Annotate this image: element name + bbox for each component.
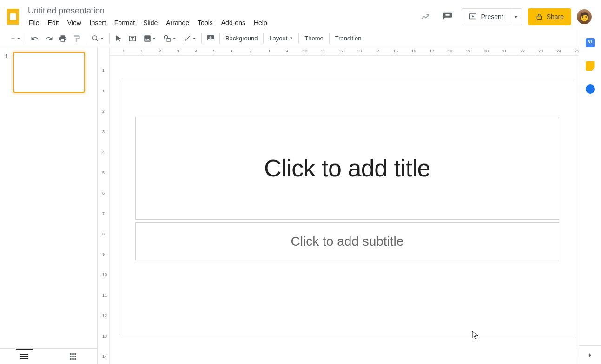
present-label: Present (481, 13, 503, 20)
menu-slide[interactable]: Slide (139, 17, 161, 28)
toolbar-separator (26, 33, 26, 44)
svg-line-9 (185, 36, 190, 41)
textbox-button[interactable] (126, 32, 139, 45)
filmstrip-panel: 1 (0, 47, 98, 364)
theme-button[interactable]: Theme (301, 32, 327, 45)
present-button[interactable]: Present (462, 9, 509, 25)
menu-insert[interactable]: Insert (86, 17, 110, 28)
svg-rect-8 (167, 38, 170, 41)
select-tool-button[interactable] (112, 32, 125, 45)
toolbar: Background Layout▼ Theme Transition (0, 30, 601, 47)
menu-file[interactable]: File (25, 17, 43, 28)
menu-view[interactable]: View (64, 17, 85, 28)
ruler-tick: 8 (267, 49, 270, 53)
ruler-tick: 1 (102, 89, 105, 93)
ruler-tick: 10 (303, 49, 307, 53)
ruler-tick: 1 (102, 68, 105, 73)
menu-edit[interactable]: Edit (44, 17, 63, 28)
subtitle-placeholder-box[interactable]: Click to add subtitle (135, 222, 559, 260)
svg-marker-1 (472, 15, 475, 18)
ruler-tick: 7 (102, 211, 105, 216)
new-slide-button[interactable] (7, 32, 23, 45)
paint-format-button[interactable] (71, 32, 83, 45)
ruler-tick: 1 (122, 49, 125, 53)
slides-logo[interactable] (4, 7, 22, 26)
filmstrip-strip-view[interactable] (0, 349, 49, 364)
document-header: Untitled presentation File Edit View Ins… (0, 0, 601, 30)
share-button[interactable]: Share (528, 8, 571, 25)
ruler-tick: 10 (102, 273, 107, 277)
print-button[interactable] (57, 32, 69, 45)
ruler-tick: 22 (520, 49, 525, 53)
title-placeholder-text: Click to add title (264, 154, 430, 182)
background-button[interactable]: Background (222, 32, 261, 45)
side-panel-toggle[interactable] (579, 345, 601, 364)
filmstrip-grid-view[interactable] (49, 349, 98, 364)
zoom-button[interactable] (89, 32, 106, 45)
undo-button[interactable] (29, 32, 41, 45)
image-button[interactable] (140, 32, 159, 45)
redo-button[interactable] (43, 32, 55, 45)
transition-button[interactable]: Transition (331, 32, 365, 45)
svg-rect-18 (74, 356, 76, 358)
filmstrip-slide[interactable]: 1 (0, 52, 97, 93)
ruler-tick: 1 (140, 49, 143, 53)
menu-help[interactable]: Help (250, 17, 271, 28)
activity-icon[interactable] (417, 8, 434, 25)
title-placeholder-box[interactable]: Click to add title (135, 117, 559, 220)
slide-number: 1 (5, 52, 13, 93)
app-body: 1 11234567891011121314 11234567891011121… (0, 47, 601, 364)
ruler-tick: 15 (393, 49, 398, 53)
ruler-tick: 12 (339, 49, 343, 53)
insert-comment-button[interactable] (205, 32, 217, 45)
keep-addon-icon[interactable] (586, 61, 595, 71)
ruler-tick: 9 (102, 252, 105, 257)
account-avatar[interactable]: 🧑 (577, 9, 592, 24)
canvas-area[interactable]: Click to add title Click to add subtitle (110, 56, 601, 364)
title-block: Untitled presentation File Edit View Ins… (25, 6, 417, 28)
ruler-tick: 20 (484, 49, 489, 53)
ruler-tick: 12 (102, 313, 107, 318)
svg-point-2 (92, 36, 97, 40)
ruler-tick: 24 (556, 49, 561, 53)
svg-rect-15 (74, 353, 76, 355)
svg-rect-19 (70, 358, 72, 360)
layout-button[interactable]: Layout▼ (265, 32, 297, 45)
menu-arrange[interactable]: Arrange (162, 17, 193, 28)
vertical-ruler: 11234567891011121314 (98, 47, 110, 364)
toolbar-separator (219, 33, 220, 44)
menu-tools[interactable]: Tools (194, 17, 217, 28)
toolbar-separator (263, 33, 264, 44)
ruler-tick: 13 (357, 49, 362, 53)
subtitle-placeholder-text: Click to add subtitle (291, 234, 404, 249)
line-button[interactable] (180, 32, 198, 45)
document-title[interactable]: Untitled presentation (25, 6, 417, 16)
menu-bar: File Edit View Insert Format Slide Arran… (25, 17, 417, 28)
present-dropdown[interactable] (510, 9, 522, 25)
toolbar-separator (109, 33, 110, 44)
ruler-tick: 5 (102, 170, 105, 175)
tasks-addon-icon[interactable] (586, 84, 595, 94)
svg-rect-17 (72, 356, 74, 358)
svg-rect-10 (20, 354, 28, 355)
svg-rect-14 (72, 353, 74, 355)
ruler-tick: 19 (466, 49, 470, 53)
comments-icon[interactable] (439, 8, 456, 25)
ruler-tick: 3 (102, 130, 105, 134)
slide-canvas[interactable]: Click to add title Click to add subtitle (119, 79, 575, 335)
svg-rect-20 (72, 358, 74, 360)
ruler-tick: 23 (538, 49, 543, 53)
calendar-addon-icon[interactable] (586, 38, 595, 47)
shape-button[interactable] (160, 32, 178, 45)
toolbar-separator (329, 33, 330, 44)
svg-line-3 (96, 39, 98, 41)
toolbar-separator (86, 33, 86, 44)
share-label: Share (547, 13, 564, 20)
side-panel (579, 30, 601, 364)
ruler-tick: 13 (102, 334, 107, 338)
present-group: Present (462, 8, 522, 25)
menu-format[interactable]: Format (111, 17, 139, 28)
slide-thumbnail[interactable] (13, 52, 85, 93)
menu-addons[interactable]: Add-ons (218, 17, 249, 28)
ruler-tick: 8 (102, 232, 105, 236)
